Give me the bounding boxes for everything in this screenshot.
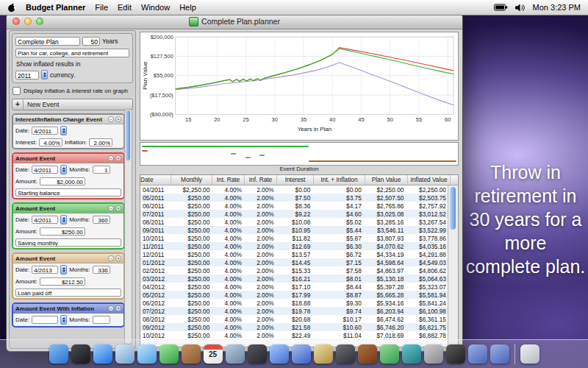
date-stepper[interactable] [60,315,67,325]
table-scrollbar[interactable] [448,185,458,347]
interest-input[interactable]: 4.00% [39,138,62,146]
table-row[interactable]: 10/2012$250.004.00%2.00%$22.49$11.04$7,0… [140,331,448,339]
collapse-icon[interactable]: – [108,116,114,122]
table-row[interactable]: 11/2011$250.004.00%2.00%$12.69$6.30$4,07… [140,242,448,250]
display-inflation-checkbox[interactable] [12,87,21,95]
table-row[interactable]: 08/2012$250.004.00%2.00%$20.68$10.17$6,4… [140,315,448,323]
collapse-icon[interactable]: – [108,255,114,261]
window-titlebar[interactable]: Complete Plan.planner [7,14,462,29]
garageband-icon[interactable] [358,344,377,364]
terminal-icon[interactable] [446,344,465,364]
event-note-input[interactable]: Saving monthly [15,238,121,247]
table-row[interactable]: 04/2012$250.004.00%2.00%$17.10$8.44$5,39… [140,283,448,291]
apple-menu-icon[interactable] [7,3,16,13]
table-row[interactable]: 05/2011$250.004.00%2.00%$7.50$3.75$2,507… [140,194,448,202]
column-header[interactable]: Monthly [171,175,212,185]
date-input[interactable]: 4/2011 [32,216,58,224]
event-note-input[interactable]: Loan paid off [15,289,121,297]
safari-icon[interactable] [93,344,112,364]
budget-planner-icon[interactable] [380,344,399,364]
close-icon[interactable]: × [115,255,121,261]
zoom-window-button[interactable] [36,18,43,25]
table-scrollbar-thumb[interactable] [450,187,456,230]
table-row[interactable]: 06/2011$250.004.00%2.00%$8.36$4.17$2,765… [140,202,448,210]
event-card-header[interactable]: Amount Event –× [13,154,123,163]
menu-help[interactable]: Help [179,3,196,12]
column-header[interactable]: Inflated Value [408,175,451,185]
collapse-icon[interactable]: – [108,205,114,211]
table-row[interactable]: 07/2011$250.004.00%2.00%$9.22$4.60$3,025… [140,210,448,218]
event-note-input[interactable]: Starting balance [15,188,121,197]
app-menu[interactable]: Budget Planner [26,3,85,12]
plan-name-input[interactable]: Complete Plan [15,37,80,46]
date-input[interactable] [32,316,58,324]
facetime-icon[interactable] [159,344,179,364]
table-row[interactable]: 10/2011$250.004.00%2.00%$11.82$5.87$3,80… [140,234,448,242]
table-row[interactable]: 03/2012$250.004.00%2.00%$16.21$8.01$5,13… [140,275,448,283]
preview-icon[interactable] [226,344,245,364]
table-row[interactable]: 09/2011$250.004.00%2.00%$10.95$5.44$3,54… [140,226,448,234]
menu-file[interactable]: File [95,3,108,12]
amount-input[interactable]: $2,000.00 [40,177,85,185]
table-row[interactable]: 04/2011$2,250.004.00%2.00%$0.00$0.00$2,2… [140,185,448,194]
event-card-header[interactable]: Amount Event With Inflation –× [13,304,123,314]
minimize-window-button[interactable] [24,18,32,25]
menu-edit[interactable]: Edit [118,3,132,12]
dashboard-icon[interactable] [71,344,90,364]
event-card-header[interactable]: Amount Event –× [13,204,123,213]
sidebar-scrollbar[interactable] [124,109,132,344]
iphoto-icon[interactable] [314,344,333,364]
table-row[interactable]: 12/2011$250.004.00%2.00%$13.57$6.72$4,33… [140,250,448,258]
battery-icon[interactable] [494,4,508,11]
event-card-header[interactable]: Amount Event –× [13,254,123,263]
close-icon[interactable]: × [115,305,121,311]
column-header[interactable]: Inf. Rate [245,175,277,185]
system-preferences-icon[interactable] [424,344,443,364]
close-window-button[interactable] [12,18,20,25]
ichat-icon[interactable] [137,344,157,364]
trash-icon[interactable] [520,344,539,364]
table-row[interactable]: 08/2011$250.004.00%2.00%$10.08$5.02$3,28… [140,218,448,226]
photo-booth-icon[interactable] [248,344,267,364]
documents-folder-icon[interactable] [468,344,487,364]
table-row[interactable]: 01/2012$250.004.00%2.00%$14.45$7.15$4,59… [140,258,448,266]
app-store-icon[interactable] [292,344,311,364]
collapse-icon[interactable]: – [108,155,114,161]
months-input[interactable]: 1 [93,166,110,174]
date-input[interactable]: 4/2013 [32,266,58,274]
menu-window[interactable]: Window [141,3,170,12]
months-input[interactable]: 360 [93,216,110,224]
table-header[interactable]: DateMonthlyInt. RateInf. RateInterestInt… [140,175,458,185]
months-input[interactable]: 336 [93,266,110,274]
volume-icon[interactable] [515,4,526,12]
date-stepper[interactable] [60,215,67,224]
amount-input[interactable]: $212.50 [40,277,85,286]
column-header[interactable]: Int. + Inflation [314,175,365,185]
table-row[interactable]: 05/2012$250.004.00%2.00%$17.99$8.87$5,66… [140,291,448,299]
table-row[interactable]: 06/2012$250.004.00%2.00%$18.88$9.30$5,93… [140,299,448,307]
date-stepper[interactable] [60,126,67,135]
table-row[interactable]: 09/2012$250.004.00%2.00%$21.58$10.60$6,7… [140,323,448,331]
year-stepper[interactable] [41,70,48,79]
itunes-icon[interactable] [270,344,289,364]
inflated-year-input[interactable]: 2011 [15,71,39,79]
months-input[interactable] [93,316,110,324]
ical-icon[interactable]: 25 [204,344,223,364]
plus-icon[interactable]: + [12,100,24,109]
amount-input[interactable]: $250.00 [40,227,85,236]
date-input[interactable]: 4/2011 [32,127,58,135]
table-row[interactable]: 07/2012$250.004.00%2.00%$19.78$9.74$6,20… [140,307,448,315]
date-stepper[interactable] [60,265,67,275]
column-header[interactable]: Interest [277,175,314,185]
column-header[interactable]: Int. Rate [212,175,245,185]
address-book-icon[interactable] [182,344,201,364]
new-event-button[interactable]: + New Event [12,99,133,110]
plan-years-input[interactable]: 50 [82,37,100,46]
date-input[interactable]: 4/2011 [32,166,58,174]
mail-icon[interactable] [115,344,135,364]
applications-folder-icon[interactable] [490,344,509,364]
column-header[interactable]: Date [140,175,171,185]
event-card-header[interactable]: Interest/Inflation Change Event –× [13,115,123,124]
close-icon[interactable]: × [115,116,121,122]
menu-clock[interactable]: Mon 3:23 PM [533,3,581,12]
